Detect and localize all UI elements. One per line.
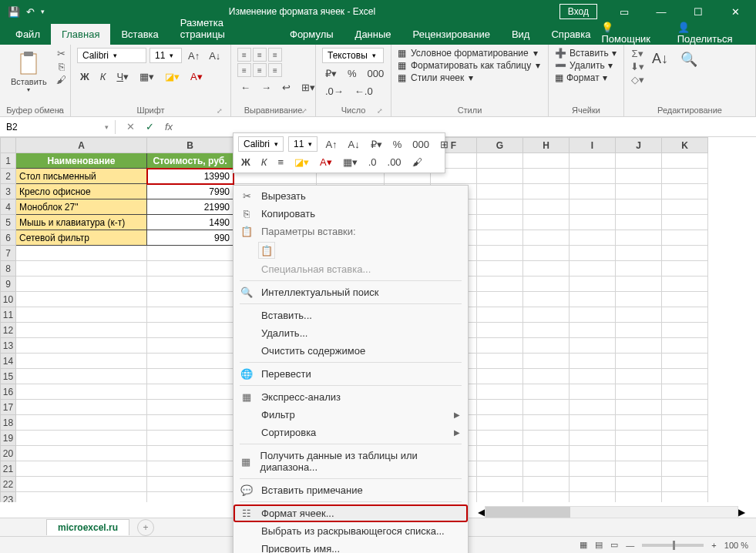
maximize-button[interactable]: ☐ bbox=[680, 0, 716, 23]
mini-align-icon[interactable]: ≡ bbox=[274, 155, 287, 169]
qat-dropdown-icon[interactable]: ▾ bbox=[41, 8, 45, 15]
col-header-k[interactable]: K bbox=[662, 138, 708, 153]
cell-b1[interactable]: Стоимость, руб. bbox=[147, 153, 234, 169]
format-painter-icon[interactable]: 🖌 bbox=[55, 74, 69, 85]
ctx-format-cells[interactable]: ☷Формат ячеек... bbox=[234, 504, 468, 522]
mini-bold-button[interactable]: Ж bbox=[238, 155, 254, 169]
decrease-decimal-icon[interactable]: ←.0 bbox=[351, 84, 376, 99]
cell-a4[interactable]: Моноблок 27" bbox=[16, 199, 147, 215]
ctx-insert-comment[interactable]: 💬Вставить примечание bbox=[234, 481, 468, 499]
tab-insert[interactable]: Вставка bbox=[110, 24, 169, 45]
sheet-tab-active[interactable]: microexcel.ru bbox=[46, 519, 129, 535]
undo-icon[interactable]: ↶ bbox=[26, 6, 35, 18]
mini-comma-icon[interactable]: 000 bbox=[409, 137, 432, 152]
sort-filter-button[interactable]: A↓ bbox=[647, 48, 673, 70]
increase-indent-icon[interactable]: → bbox=[258, 80, 274, 95]
cell-b2[interactable]: 13990 bbox=[147, 169, 234, 184]
tab-view[interactable]: Вид bbox=[501, 24, 541, 45]
zoom-out-button[interactable]: — bbox=[626, 541, 634, 550]
clear-icon[interactable]: ◇▾ bbox=[630, 74, 644, 85]
mini-decrease-font-icon[interactable]: A↓ bbox=[345, 137, 363, 152]
ctx-sort[interactable]: Сортировка▶ bbox=[234, 424, 468, 441]
minimize-button[interactable]: — bbox=[643, 0, 679, 23]
increase-decimal-icon[interactable]: .0→ bbox=[322, 84, 347, 99]
cell-a2[interactable]: Стол письменный bbox=[16, 169, 147, 184]
zoom-in-button[interactable]: + bbox=[711, 541, 716, 550]
mini-inc-decimal-icon[interactable]: .00 bbox=[385, 155, 405, 169]
mini-increase-font-icon[interactable]: A↑ bbox=[322, 137, 340, 152]
mini-fill-color-icon[interactable]: ◪▾ bbox=[291, 155, 312, 169]
ctx-copy[interactable]: ⎘Копировать bbox=[234, 205, 468, 223]
mini-size-combo[interactable]: 11▾ bbox=[288, 136, 318, 152]
ctx-translate[interactable]: 🌐Перевести bbox=[234, 365, 468, 383]
fx-icon[interactable]: fx bbox=[165, 121, 173, 132]
copy-icon[interactable]: ⎘ bbox=[55, 61, 69, 72]
add-sheet-button[interactable]: + bbox=[137, 519, 154, 536]
col-header-h[interactable]: H bbox=[523, 138, 570, 153]
save-icon[interactable]: 💾 bbox=[8, 6, 20, 18]
ctx-define-name[interactable]: Присвоить имя... bbox=[234, 540, 468, 553]
conditional-formatting[interactable]: ▦ Условное форматирование▾ bbox=[398, 48, 540, 59]
share-button[interactable]: 👤 Поделиться bbox=[677, 22, 745, 45]
number-format-combo[interactable]: Текстовы▾ bbox=[322, 48, 384, 63]
ctx-delete[interactable]: Удалить... bbox=[234, 324, 468, 342]
cell-b5[interactable]: 1490 bbox=[147, 215, 234, 230]
view-page-icon[interactable]: ▤ bbox=[595, 540, 603, 550]
ctx-quick-analysis[interactable]: ▦Экспресс-анализ bbox=[234, 388, 468, 406]
close-button[interactable]: ✕ bbox=[717, 0, 753, 23]
wrap-text-icon[interactable]: ↩ bbox=[279, 80, 294, 95]
comma-icon[interactable]: 000 bbox=[365, 66, 388, 81]
cancel-icon[interactable]: ✕ bbox=[126, 121, 135, 132]
cell-b6[interactable]: 990 bbox=[147, 230, 234, 246]
delete-cells[interactable]: ➖ Удалить▾ bbox=[555, 60, 617, 71]
find-select-button[interactable]: 🔍 bbox=[676, 48, 702, 71]
mini-font-combo[interactable]: Calibri▾ bbox=[238, 136, 284, 152]
bold-button[interactable]: Ж bbox=[77, 69, 92, 84]
fill-color-button[interactable]: ◪▾ bbox=[162, 69, 183, 84]
cell-a3[interactable]: Кресло офисное bbox=[16, 184, 147, 199]
ctx-filter[interactable]: Фильтр▶ bbox=[234, 406, 468, 424]
fill-icon[interactable]: ⬇▾ bbox=[630, 61, 644, 72]
italic-button[interactable]: К bbox=[97, 69, 109, 84]
format-cells[interactable]: ▦ Формат▾ bbox=[555, 72, 617, 83]
format-as-table[interactable]: ▦ Форматировать как таблицу▾ bbox=[398, 60, 540, 71]
view-normal-icon[interactable]: ▦ bbox=[580, 540, 587, 550]
currency-icon[interactable]: ₽▾ bbox=[322, 66, 340, 81]
underline-button[interactable]: Ч▾ bbox=[113, 69, 132, 84]
mini-dec-decimal-icon[interactable]: .0 bbox=[365, 155, 380, 169]
mini-currency-icon[interactable]: ₽▾ bbox=[368, 137, 385, 152]
mini-percent-icon[interactable]: % bbox=[390, 137, 405, 152]
col-header-i[interactable]: I bbox=[570, 138, 616, 153]
cell-a5[interactable]: Мышь и клавиатура (к-т) bbox=[16, 215, 147, 230]
tell-me[interactable]: 💡 Помощник bbox=[601, 22, 663, 45]
view-break-icon[interactable]: ▭ bbox=[610, 540, 618, 550]
login-button[interactable]: Вход bbox=[559, 4, 597, 19]
ctx-cut[interactable]: ✂Вырезать bbox=[234, 187, 468, 205]
tab-layout[interactable]: Разметка страницы bbox=[170, 12, 279, 45]
font-color-button[interactable]: A▾ bbox=[187, 69, 206, 84]
col-header-g[interactable]: G bbox=[477, 138, 523, 153]
col-header-b[interactable]: B bbox=[147, 138, 234, 153]
tab-file[interactable]: Файл bbox=[5, 24, 51, 45]
cell-a1[interactable]: Наименование bbox=[16, 153, 147, 169]
cut-icon[interactable]: ✂ bbox=[55, 48, 69, 59]
name-box[interactable]: B2▾ bbox=[0, 120, 116, 134]
autosum-icon[interactable]: Σ▾ bbox=[630, 48, 644, 59]
mini-font-color-icon[interactable]: A▾ bbox=[317, 155, 335, 169]
ctx-insert[interactable]: Вставить... bbox=[234, 307, 468, 324]
border-button[interactable]: ▦▾ bbox=[136, 69, 157, 84]
alignment-grid[interactable]: ≡≡≡≡≡≡ bbox=[237, 48, 282, 77]
decrease-indent-icon[interactable]: ← bbox=[237, 80, 254, 95]
mini-merge-icon[interactable]: ⊞ bbox=[437, 137, 452, 152]
ctx-pick-from-list[interactable]: Выбрать из раскрывающегося списка... bbox=[234, 522, 468, 540]
cell-styles[interactable]: ▦ Стили ячеек▾ bbox=[398, 72, 540, 83]
tab-review[interactable]: Рецензирование bbox=[402, 24, 501, 45]
tab-home[interactable]: Главная bbox=[51, 24, 110, 45]
col-header-j[interactable]: J bbox=[616, 138, 662, 153]
ctx-get-table-data[interactable]: ▦Получить данные из таблицы или диапазон… bbox=[234, 447, 468, 476]
cell-b3[interactable]: 7990 bbox=[147, 184, 234, 199]
cell-b4[interactable]: 21990 bbox=[147, 199, 234, 215]
font-name-combo[interactable]: Calibri▾ bbox=[77, 48, 146, 63]
mini-border-icon[interactable]: ▦▾ bbox=[340, 155, 361, 169]
mini-format-painter-icon[interactable]: 🖌 bbox=[409, 155, 425, 169]
